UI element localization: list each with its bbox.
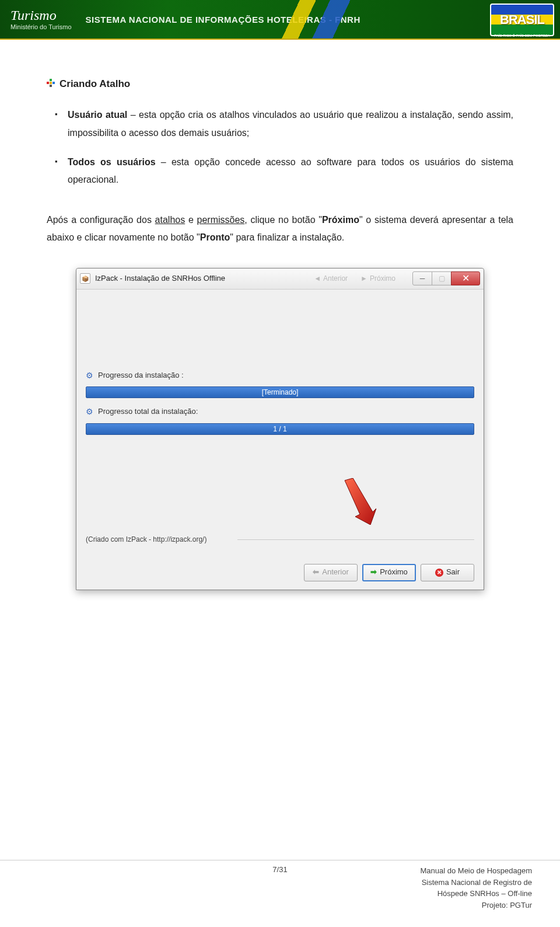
para-bold: Pronto	[200, 232, 230, 242]
heading-bullet-icon	[47, 75, 55, 93]
banner-left: Turismo Ministério do Turismo	[10, 8, 72, 30]
option-item-user: Usuário atual – esta opção cria os atalh…	[68, 106, 513, 142]
red-arrow-annotation	[341, 478, 376, 525]
para-text: " para finalizar a instalação.	[230, 232, 344, 242]
button-label: Anterior	[322, 565, 349, 580]
document-body: Criando Atalho Usuário atual – esta opçã…	[0, 40, 560, 590]
installer-window: 📦 IzPack - Instalação de SNRHos Offline …	[76, 268, 484, 590]
stop-icon: ✕	[435, 569, 443, 577]
gear-icon: ⚙	[86, 404, 93, 420]
maximize-button[interactable]: ▢	[432, 271, 452, 285]
installer-body: ⚙ Progresso da instalação : [Terminado] …	[76, 290, 484, 558]
para-underline: atalhos	[155, 215, 186, 225]
top-banner: Turismo Ministério do Turismo SISTEMA NA…	[0, 0, 560, 40]
svg-rect-4	[50, 85, 52, 87]
svg-rect-0	[47, 82, 49, 84]
brasil-logo-tag: PAÍS RICO É PAÍS SEM POBREZA	[494, 34, 550, 37]
para-text: e	[185, 215, 197, 225]
footer-line: Projeto: PGTur	[420, 900, 532, 911]
total-progress-row: ⚙ Progresso total da instalação:	[86, 404, 474, 420]
heading-text: Criando Atalho	[60, 75, 130, 93]
footer-line: Hóspede SNRHos – Off-line	[420, 888, 532, 900]
option-item-all-users: Todos os usuários – esta opção concede a…	[68, 154, 513, 189]
button-label: Próximo	[380, 565, 408, 580]
progress-row: ⚙ Progresso da instalação :	[86, 368, 474, 384]
total-progress-bar: 1 / 1	[86, 423, 474, 435]
option-desc: – esta opção cria os atalhos vinculados …	[68, 110, 513, 137]
window-title: IzPack - Instalação de SNRHos Offline	[95, 271, 314, 286]
app-icon: 📦	[80, 273, 90, 284]
titlebar-disabled-nav: ◄Anterior ►Próximo	[314, 272, 396, 285]
spacer	[86, 441, 474, 522]
brasil-logo-text: BRASIL	[500, 12, 544, 27]
titlebar: 📦 IzPack - Instalação de SNRHos Offline …	[76, 269, 484, 290]
footer-line: Manual do Meio de Hospedagem	[420, 865, 532, 877]
para-bold: Próximo	[322, 215, 359, 225]
credit-line: (Criado com IzPack - http://izpack.org/)	[86, 533, 474, 546]
gear-icon: ⚙	[86, 368, 93, 384]
banner-subtitle: Ministério do Turismo	[10, 23, 72, 30]
option-label: Usuário atual	[68, 110, 127, 120]
screenshot-wrap: 📦 IzPack - Instalação de SNRHos Offline …	[47, 268, 513, 590]
banner-system-name: SISTEMA NACIONAL DE INFORMAÇÕES HOTELEIR…	[86, 15, 360, 25]
svg-rect-1	[50, 79, 52, 81]
titlebar-nav-prev: ◄Anterior	[314, 272, 348, 285]
button-label: Sair	[446, 565, 460, 580]
para-text: , clique no botão "	[244, 215, 322, 225]
svg-rect-2	[50, 82, 52, 84]
spacer	[86, 298, 474, 368]
para-underline: permissões	[197, 215, 245, 225]
progress-label: Progresso da instalação :	[98, 368, 184, 383]
option-list: Usuário atual – esta opção cria os atalh…	[68, 106, 513, 189]
instruction-paragraph: Após a configuração dos atalhos e permis…	[47, 211, 513, 247]
next-button[interactable]: ➡ Próximo	[362, 564, 416, 581]
window-controls: ─ ▢ ✕	[413, 271, 480, 285]
section-heading: Criando Atalho	[47, 75, 513, 93]
page-footer: 7/31 Manual do Meio de Hospedagem Sistem…	[0, 860, 560, 911]
total-progress-label: Progresso total da instalação:	[98, 405, 198, 419]
banner-title: Turismo	[10, 8, 72, 22]
option-label: Todos os usuários	[68, 157, 156, 167]
arrow-left-icon: ⬅	[313, 565, 319, 580]
brasil-logo: BRASIL PAÍS RICO É PAÍS SEM POBREZA	[490, 4, 554, 36]
close-button[interactable]: ✕	[451, 271, 480, 285]
page-number: 7/31	[272, 865, 287, 874]
footer-right: Manual do Meio de Hospedagem Sistema Nac…	[420, 865, 560, 911]
arrow-right-icon: ➡	[370, 565, 377, 580]
minimize-button[interactable]: ─	[412, 271, 432, 285]
prev-button: ⬅ Anterior	[304, 564, 358, 581]
para-text: Após a configuração dos	[47, 215, 155, 225]
titlebar-nav-next: ►Próximo	[360, 272, 396, 285]
installer-footer: ⬅ Anterior ➡ Próximo ✕ Sair	[76, 558, 484, 590]
footer-line: Sistema Nacional de Registro de	[420, 877, 532, 888]
progress-bar: [Terminado]	[86, 386, 474, 398]
svg-rect-3	[52, 82, 55, 84]
exit-button[interactable]: ✕ Sair	[421, 564, 474, 581]
svg-marker-5	[345, 478, 376, 525]
